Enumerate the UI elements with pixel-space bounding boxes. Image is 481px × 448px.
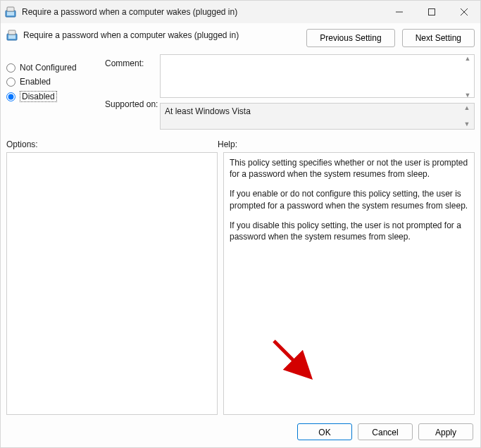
radio-disabled-label: Disabled bbox=[20, 91, 57, 102]
svg-rect-4 bbox=[429, 9, 435, 15]
policy-title: Require a password when a computer wakes… bbox=[23, 29, 299, 40]
comment-scroll[interactable]: ▲ ▼ bbox=[462, 56, 473, 99]
footer: OK Cancel Apply bbox=[1, 418, 480, 447]
help-label: Help: bbox=[218, 139, 237, 149]
close-button[interactable] bbox=[448, 1, 480, 23]
policy-app-icon bbox=[5, 6, 16, 18]
previous-setting-button[interactable]: Previous Setting bbox=[306, 29, 394, 47]
options-pane[interactable] bbox=[6, 152, 218, 415]
svg-rect-9 bbox=[8, 30, 15, 35]
policy-page-icon bbox=[6, 30, 18, 43]
radio-disabled[interactable]: Disabled bbox=[6, 91, 105, 102]
radio-not-configured-label: Not Configured bbox=[20, 63, 77, 73]
down-arrow-icon: ▼ bbox=[461, 121, 473, 127]
radio-enabled[interactable]: Enabled bbox=[6, 77, 105, 87]
window-title: Require a password when a computer wakes… bbox=[22, 7, 383, 17]
config-area: Not Configured Enabled Disabled Comment:… bbox=[1, 54, 480, 135]
ok-button[interactable]: OK bbox=[297, 423, 352, 440]
title-bar: Require a password when a computer wakes… bbox=[1, 1, 480, 23]
svg-rect-2 bbox=[7, 7, 14, 11]
section-labels: Options: Help: bbox=[1, 135, 480, 152]
radio-enabled-label: Enabled bbox=[20, 77, 51, 87]
help-paragraph: This policy setting specifies whether or… bbox=[230, 157, 468, 180]
supported-on-label: Supported on: bbox=[105, 99, 160, 109]
radio-disabled-input[interactable] bbox=[6, 92, 15, 101]
up-arrow-icon: ▲ bbox=[461, 105, 473, 111]
supported-on-field: At least Windows Vista ▲ ▼ bbox=[160, 103, 475, 130]
minimize-button[interactable] bbox=[383, 1, 416, 23]
header-row: Require a password when a computer wakes… bbox=[1, 23, 480, 54]
field-values: ▲ ▼ At least Windows Vista ▲ ▼ bbox=[160, 54, 475, 130]
comment-field[interactable] bbox=[160, 54, 475, 98]
down-arrow-icon: ▼ bbox=[462, 92, 473, 99]
radio-enabled-input[interactable] bbox=[6, 77, 15, 87]
field-labels: Comment: Supported on: bbox=[105, 54, 160, 130]
up-arrow-icon: ▲ bbox=[462, 56, 473, 62]
radio-not-configured-input[interactable] bbox=[6, 63, 15, 73]
help-paragraph: If you disable this policy setting, the … bbox=[230, 220, 468, 242]
apply-button[interactable]: Apply bbox=[418, 423, 473, 440]
help-paragraph: If you enable or do not configure this p… bbox=[230, 188, 468, 211]
maximize-button[interactable] bbox=[416, 1, 448, 23]
supported-on-value: At least Windows Vista bbox=[165, 106, 251, 116]
supported-scroll[interactable]: ▲ ▼ bbox=[461, 105, 473, 127]
help-pane[interactable]: This policy setting specifies whether or… bbox=[223, 152, 475, 415]
radio-not-configured[interactable]: Not Configured bbox=[6, 63, 105, 73]
options-label: Options: bbox=[6, 139, 218, 149]
svg-rect-1 bbox=[7, 12, 14, 15]
state-radio-group: Not Configured Enabled Disabled bbox=[6, 54, 105, 130]
panes: This policy setting specifies whether or… bbox=[1, 152, 480, 418]
comment-label: Comment: bbox=[105, 58, 160, 99]
next-setting-button[interactable]: Next Setting bbox=[402, 29, 475, 47]
cancel-button[interactable]: Cancel bbox=[358, 423, 413, 440]
svg-rect-8 bbox=[8, 35, 15, 39]
